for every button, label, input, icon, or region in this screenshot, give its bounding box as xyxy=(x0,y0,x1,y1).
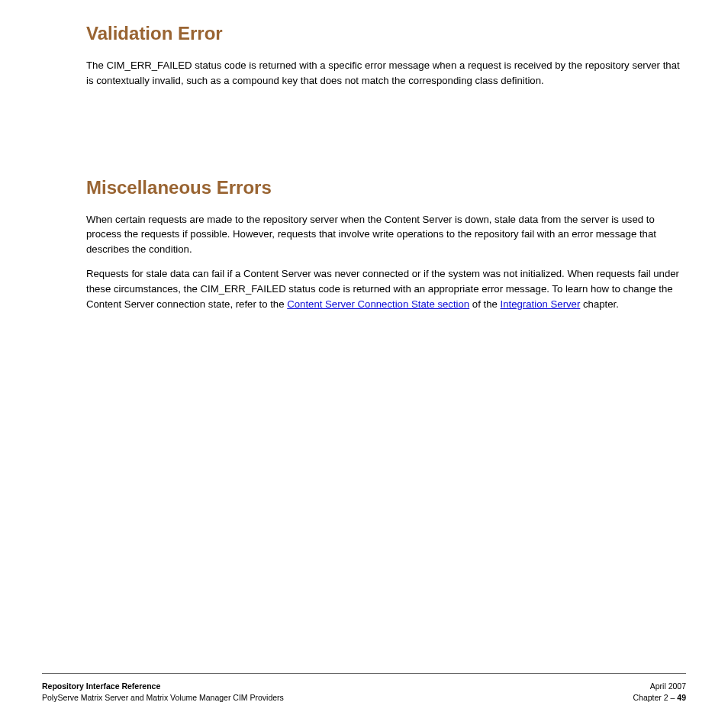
footer-divider xyxy=(42,673,686,674)
footer-left: Repository Interface Reference PolyServe… xyxy=(42,681,284,704)
para-misc-1: When certain requests are made to the re… xyxy=(86,212,686,257)
page-content: Validation Error The CIM_ERR_FAILED stat… xyxy=(0,0,728,311)
footer-left-sub: PolyServe Matrix Server and Matrix Volum… xyxy=(42,693,284,702)
footer-right-date: April 2007 xyxy=(650,681,686,691)
link-integration-server[interactable]: Integration Server xyxy=(501,298,581,310)
footer-right-prefix: Chapter 2 – xyxy=(633,693,678,702)
heading-misc-errors: Miscellaneous Errors xyxy=(86,177,686,198)
para-validation-error: The CIM_ERR_FAILED status code is return… xyxy=(86,58,686,89)
footer-left-title: Repository Interface Reference xyxy=(42,681,160,691)
text-trailing-2: chapter. xyxy=(583,298,619,310)
para-misc-2: Requests for stale data can fail if a Co… xyxy=(86,266,686,311)
heading-validation-error: Validation Error xyxy=(86,23,686,44)
link-content-server-connection-state[interactable]: Content Server Connection State section xyxy=(287,298,469,310)
footer-right: April 2007 Chapter 2 – 49 xyxy=(633,681,686,704)
page-footer: Repository Interface Reference PolyServe… xyxy=(0,681,728,704)
text-trailing-1: of the xyxy=(472,298,498,310)
footer-right-page: 49 xyxy=(677,693,686,702)
